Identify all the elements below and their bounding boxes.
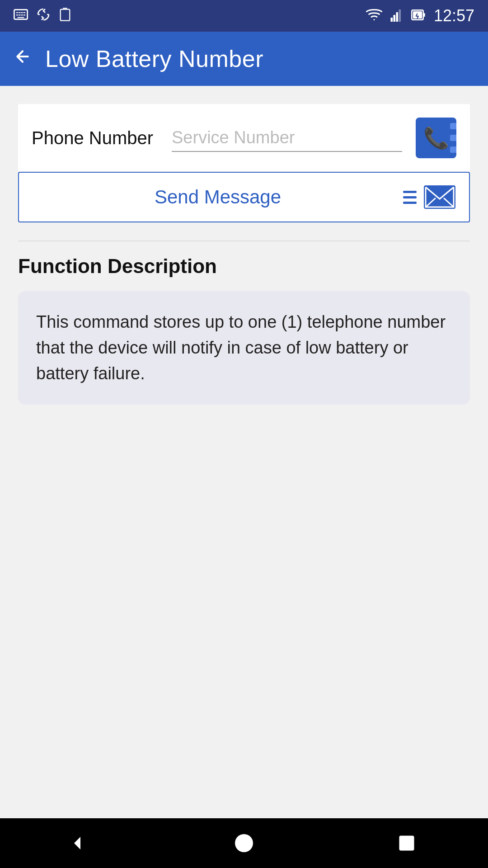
phone-icon: 📞 xyxy=(423,127,449,148)
status-bar-right: 12:57 xyxy=(366,6,474,25)
svg-rect-4 xyxy=(396,12,398,22)
svg-rect-3 xyxy=(393,15,395,22)
nav-recent-button[interactable] xyxy=(389,825,425,861)
function-description-text: This command stores up to one (1) teleph… xyxy=(36,309,452,387)
nav-home-button[interactable] xyxy=(226,825,262,861)
phone-number-row: Phone Number 📞 xyxy=(18,104,470,172)
phone-number-label: Phone Number xyxy=(32,128,158,148)
separator xyxy=(18,241,470,241)
contact-tab-2 xyxy=(450,135,456,141)
main-content: Phone Number 📞 Send Message xyxy=(0,86,488,818)
svg-point-10 xyxy=(235,834,253,852)
status-bar-left xyxy=(14,7,71,25)
svg-rect-7 xyxy=(423,13,425,17)
function-description-box: This command stores up to one (1) teleph… xyxy=(18,291,470,405)
function-description-title: Function Description xyxy=(18,255,470,278)
status-bar: 12:57 xyxy=(0,0,488,32)
svg-rect-11 xyxy=(399,836,414,851)
svg-rect-5 xyxy=(399,9,401,22)
signal-icon xyxy=(390,8,403,24)
svg-rect-2 xyxy=(390,18,393,22)
hamburger-line-1 xyxy=(403,191,417,193)
contact-book-button[interactable]: 📞 xyxy=(416,118,456,158)
sync-icon xyxy=(36,7,51,25)
page-title: Low Battery Number xyxy=(45,45,263,72)
nav-bar xyxy=(0,818,488,868)
send-message-icon-group xyxy=(403,185,455,209)
service-number-input[interactable] xyxy=(172,124,402,152)
send-message-button[interactable]: Send Message xyxy=(18,172,470,222)
wifi-icon xyxy=(366,8,382,24)
nav-back-button[interactable] xyxy=(63,825,99,861)
envelope-icon xyxy=(424,185,455,209)
contact-tabs xyxy=(450,118,456,158)
hamburger-line-2 xyxy=(403,196,417,198)
contact-tab-3 xyxy=(450,146,456,153)
back-button[interactable] xyxy=(14,47,32,70)
hamburger-line-3 xyxy=(403,202,417,204)
function-description-section: Function Description This command stores… xyxy=(18,255,470,405)
clipboard-icon xyxy=(59,7,71,25)
app-bar: Low Battery Number xyxy=(0,32,488,86)
hamburger-lines xyxy=(403,191,417,204)
battery-icon xyxy=(411,8,426,24)
contact-tab-1 xyxy=(450,123,456,129)
send-message-label: Send Message xyxy=(33,186,403,208)
clock-time: 12:57 xyxy=(434,6,474,25)
keyboard-icon xyxy=(14,7,28,25)
svg-rect-1 xyxy=(61,9,70,20)
